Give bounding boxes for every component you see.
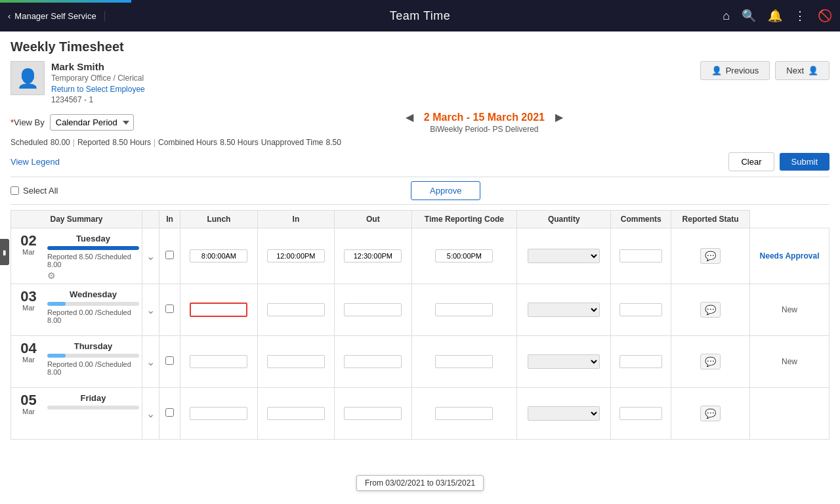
day-reported: Reported 0.00 /Scheduled 8.00 bbox=[47, 360, 139, 376]
out-input[interactable] bbox=[435, 303, 493, 316]
view-by-row: *View By Calendar Period Week Custom ◀ 2… bbox=[10, 111, 830, 134]
unapproved-value: 8.50 bbox=[326, 138, 341, 147]
comment-button[interactable]: 💬 bbox=[700, 354, 721, 369]
day-month: Mar bbox=[22, 304, 35, 312]
day-name: Thursday bbox=[47, 341, 139, 351]
expand-row-button[interactable]: ⌄ bbox=[146, 408, 155, 420]
submit-button[interactable]: Submit bbox=[780, 153, 830, 171]
col-trc: Time Reporting Code bbox=[411, 211, 517, 228]
summary-row: Scheduled 80.00 | Reported 8.50 Hours | … bbox=[10, 138, 830, 147]
reported-value: 8.50 Hours bbox=[112, 138, 151, 147]
trc-select[interactable] bbox=[528, 406, 600, 421]
block-icon[interactable]: 🚫 bbox=[818, 9, 832, 23]
bell-icon[interactable]: 🔔 bbox=[768, 9, 782, 23]
lunch-input[interactable] bbox=[267, 407, 325, 420]
expand-row-button[interactable]: ⌄ bbox=[146, 304, 155, 316]
select-all-label: Select All bbox=[23, 186, 58, 196]
row-checkbox[interactable] bbox=[165, 408, 174, 417]
col-lunch: Lunch bbox=[180, 211, 257, 228]
scheduled-label: Scheduled bbox=[10, 138, 48, 147]
col-comments: Comments bbox=[611, 211, 671, 228]
col-in1: In bbox=[159, 211, 180, 228]
clear-button[interactable]: Clear bbox=[728, 152, 774, 171]
combined-value: 8.50 Hours bbox=[220, 138, 259, 147]
comment-button[interactable]: 💬 bbox=[700, 302, 721, 318]
day-cell-3: 05 Mar Friday bbox=[11, 388, 142, 440]
expand-row-button[interactable]: ⌄ bbox=[146, 356, 155, 368]
home-icon[interactable]: ⌂ bbox=[723, 9, 730, 23]
avatar-icon: 👤 bbox=[16, 68, 39, 89]
in1-input[interactable] bbox=[190, 249, 247, 262]
employee-info: Mark Smith Temporary Office / Clerical R… bbox=[51, 61, 700, 104]
select-all-checkbox[interactable] bbox=[10, 186, 19, 195]
in2-input[interactable] bbox=[344, 249, 402, 262]
view-by-select[interactable]: Calendar Period Week Custom bbox=[50, 114, 134, 131]
day-name: Wednesday bbox=[47, 289, 139, 299]
comment-button[interactable]: 💬 bbox=[700, 248, 721, 264]
trc-select[interactable] bbox=[528, 249, 600, 263]
quantity-input[interactable] bbox=[620, 407, 662, 420]
employee-nav-buttons: 👤 Previous Next 👤 bbox=[700, 61, 830, 80]
comment-button[interactable]: 💬 bbox=[700, 406, 721, 421]
out-input[interactable] bbox=[435, 249, 493, 262]
search-icon[interactable]: 🔍 bbox=[742, 9, 756, 23]
in2-input[interactable] bbox=[344, 303, 402, 316]
more-icon[interactable]: ⋮ bbox=[794, 9, 806, 23]
lunch-input[interactable] bbox=[267, 303, 325, 316]
row-checkbox[interactable] bbox=[165, 356, 174, 365]
row-checkbox[interactable] bbox=[165, 304, 174, 313]
return-link[interactable]: Return to Select Employee bbox=[51, 85, 700, 94]
in2-input[interactable] bbox=[344, 407, 402, 420]
out-input[interactable] bbox=[435, 407, 493, 420]
lunch-input[interactable] bbox=[267, 249, 325, 262]
period-sub: BiWeekly Period- PS Delivered bbox=[430, 125, 538, 134]
next-button[interactable]: Next 👤 bbox=[775, 61, 830, 80]
period-next-arrow[interactable]: ▶ bbox=[553, 111, 566, 123]
settings-icon[interactable]: ⚙ bbox=[47, 270, 56, 281]
in1-input[interactable] bbox=[190, 303, 247, 317]
day-cell-0: 02 Mar Tuesday Reported 8.50 /Scheduled … bbox=[11, 228, 142, 284]
next-icon: 👤 bbox=[808, 66, 818, 75]
action-row: View Legend Clear Submit bbox=[10, 152, 830, 171]
employee-header: 👤 Mark Smith Temporary Office / Clerical… bbox=[10, 61, 830, 104]
approve-button[interactable]: Approve bbox=[411, 181, 480, 200]
day-month: Mar bbox=[22, 248, 35, 256]
in1-input[interactable] bbox=[190, 355, 247, 368]
lunch-input[interactable] bbox=[267, 355, 325, 368]
period-prev-arrow[interactable]: ◀ bbox=[403, 111, 416, 123]
table-row: 02 Mar Tuesday Reported 8.50 /Scheduled … bbox=[11, 228, 830, 284]
back-nav[interactable]: ‹ Manager Self Service bbox=[8, 11, 105, 21]
in2-input[interactable] bbox=[344, 355, 402, 368]
col-out: Out bbox=[335, 211, 411, 228]
table-row: 04 Mar Thursday Reported 0.00 /Scheduled… bbox=[11, 336, 830, 388]
employee-role: Temporary Office / Clerical bbox=[51, 74, 700, 83]
status-badge: New bbox=[782, 357, 797, 366]
day-cell-1: 03 Mar Wednesday Reported 0.00 /Schedule… bbox=[11, 284, 142, 336]
status-badge: New bbox=[782, 305, 797, 314]
in1-input[interactable] bbox=[190, 407, 247, 420]
period-nav: ◀ 2 March - 15 March 2021 ▶ BiWeekly Per… bbox=[139, 111, 830, 134]
select-all-row: Select All Approve bbox=[10, 177, 830, 205]
row-checkbox[interactable] bbox=[165, 251, 174, 259]
reported-label: Reported bbox=[77, 138, 110, 147]
employee-name: Mark Smith bbox=[51, 61, 700, 72]
trc-select[interactable] bbox=[528, 354, 600, 369]
out-input[interactable] bbox=[435, 355, 493, 368]
quantity-input[interactable] bbox=[620, 355, 662, 368]
quantity-input[interactable] bbox=[620, 303, 662, 316]
view-by-label: *View By bbox=[10, 117, 45, 127]
trc-select[interactable] bbox=[528, 303, 600, 317]
view-legend-link[interactable]: View Legend bbox=[10, 157, 728, 167]
page-title: Weekly Timesheet bbox=[10, 39, 830, 54]
day-name: Friday bbox=[47, 393, 139, 403]
back-arrow-icon: ‹ bbox=[8, 11, 10, 21]
expand-row-button[interactable]: ⌄ bbox=[146, 250, 155, 262]
previous-button[interactable]: 👤 Previous bbox=[700, 61, 770, 80]
col-day-summary: Day Summary bbox=[11, 211, 142, 228]
table-row: 03 Mar Wednesday Reported 0.00 /Schedule… bbox=[11, 284, 830, 336]
day-name: Tuesday bbox=[47, 234, 139, 243]
day-month: Mar bbox=[22, 356, 35, 364]
period-label: 2 March - 15 March 2021 bbox=[424, 112, 545, 123]
top-nav: ‹ Manager Self Service Team Time ⌂ 🔍 🔔 ⋮… bbox=[0, 0, 840, 32]
quantity-input[interactable] bbox=[620, 249, 662, 262]
